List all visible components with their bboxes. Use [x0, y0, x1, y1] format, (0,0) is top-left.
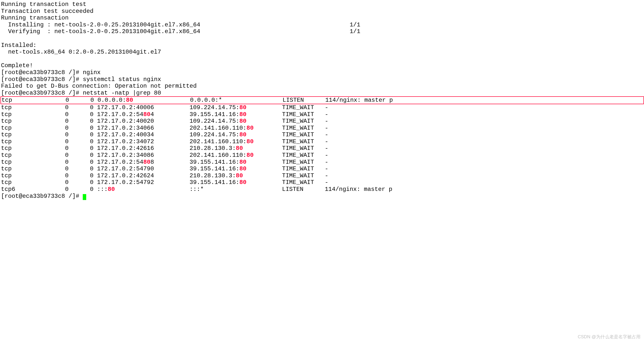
- netstat-row: tcp 0 0 172.17.0.2:54790 39.155.141.16:8…: [1, 165, 328, 172]
- netstat-row: tcp 0 0 172.17.0.2:54792 39.155.141.16:8…: [1, 179, 328, 186]
- netstat-row: tcp 0 0 172.17.0.2:40006 109.224.14.75:8…: [1, 104, 328, 111]
- netstat-row: tcp 0 0 172.17.0.2:40034 109.224.14.75:8…: [1, 131, 328, 138]
- netstat-row: tcp6 0 0 :::80 :::* LISTEN 114/nginx: ma…: [1, 186, 392, 193]
- netstat-row: tcp 0 0 172.17.0.2:34086 202.141.160.110…: [1, 152, 328, 159]
- netstat-row: tcp 0 0 172.17.0.2:40020 109.224.14.75:8…: [1, 118, 328, 124]
- netstat-row: tcp 0 0 172.17.0.2:54808 39.155.141.16:8…: [1, 159, 328, 165]
- terminal-output[interactable]: Running transaction test Transaction tes…: [0, 0, 644, 200]
- netstat-row: tcp 0 0 172.17.0.2:34066 202.141.160.110…: [1, 125, 328, 131]
- netstat-row: tcp 0 0 172.17.0.2:34072 202.141.160.110…: [1, 138, 328, 145]
- netstat-row: tcp 0 0 172.17.0.2:42624 210.28.130.3:80…: [1, 172, 328, 179]
- netstat-row: tcp 0 0 172.17.0.2:42616 210.28.130.3:80…: [1, 145, 328, 152]
- netstat-listen-row-highlight: tcp 0 0 0.0.0.0:80 0.0.0.0:* LISTEN 114/…: [0, 96, 644, 104]
- netstat-row: tcp 0 0 172.17.0.2:54804 39.155.141.16:8…: [1, 111, 328, 118]
- cursor-icon: [83, 194, 86, 200]
- watermark-text: CSDN @为什么老是名字被占用: [578, 334, 640, 340]
